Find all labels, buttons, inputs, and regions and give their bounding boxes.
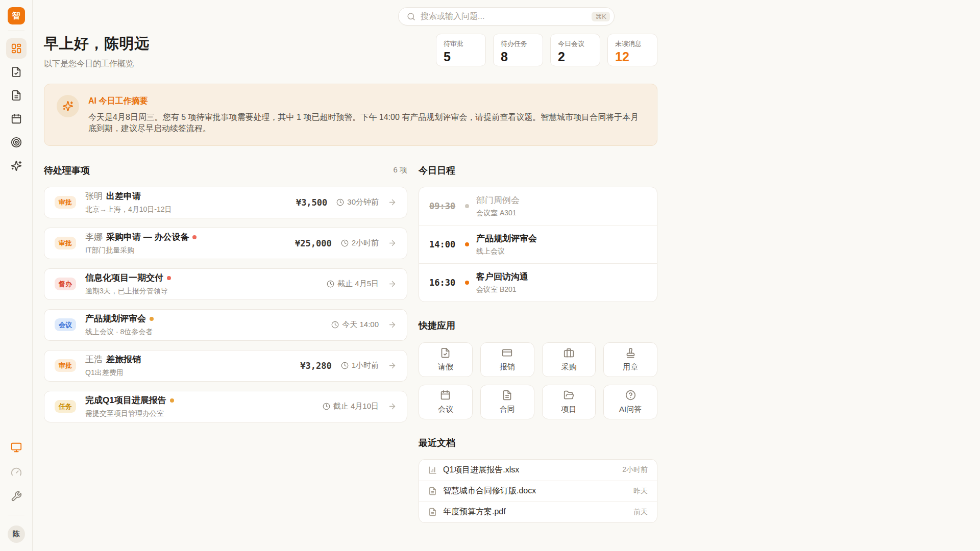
quick-apps-grid: 请假 报销 采购 用章 bbox=[419, 342, 657, 419]
pending-item-business-trip[interactable]: 审批 张明 出差申请 北京→上海，4月10日-12日 ¥3,500 30分 bbox=[44, 187, 407, 218]
pending-item-travel-expense[interactable]: 审批 王浩 差旅报销 Q1出差费用 ¥3,280 1小时前 bbox=[44, 350, 407, 382]
quick-apps-header: 快捷应用 bbox=[419, 319, 657, 332]
app-label: 用章 bbox=[623, 362, 638, 372]
item-main: 李娜 采购申请 — 办公设备 IT部门批量采购 bbox=[85, 231, 295, 255]
app-ai-qa[interactable]: AI问答 bbox=[603, 385, 657, 419]
schedule-title: 产品规划评审会 bbox=[476, 233, 537, 244]
schedule-location: 线上会议 bbox=[476, 247, 537, 256]
schedule-location: 会议室 B201 bbox=[476, 285, 528, 294]
item-amount: ¥3,280 bbox=[300, 361, 331, 371]
clock-icon bbox=[336, 198, 344, 206]
sidebar-item-approvals[interactable] bbox=[6, 62, 27, 82]
arrow-right-icon bbox=[388, 239, 397, 247]
item-subtitle: Q1出差费用 bbox=[85, 368, 300, 378]
pending-item-project-delivery[interactable]: 督办 信息化项目一期交付 逾期3天，已上报分管领导 截止 4月5日 bbox=[44, 268, 407, 300]
app-root: 智 陈 搜索或输入问题... ⌘K bbox=[0, 0, 980, 551]
sidebar-item-devices[interactable] bbox=[6, 437, 27, 458]
search-icon bbox=[407, 12, 415, 21]
ai-summary-title: AI 今日工作摘要 bbox=[88, 96, 645, 107]
item-type-badge: 会议 bbox=[55, 318, 76, 331]
schedule-item-product-review[interactable]: 14:00 产品规划评审会 线上会议 bbox=[419, 225, 657, 263]
doc-item-contract-revision[interactable]: 智慧城市合同修订版.docx 昨天 bbox=[419, 481, 657, 502]
gauge-icon bbox=[11, 466, 22, 478]
item-time: 2小时前 bbox=[341, 238, 379, 248]
priority-dot bbox=[150, 317, 154, 321]
item-amount: ¥25,000 bbox=[295, 238, 332, 248]
item-meta: 今天 14:00 bbox=[331, 320, 397, 330]
schedule-status-dot bbox=[465, 204, 469, 208]
stat-card-unread-messages[interactable]: 未读消息 12 bbox=[607, 34, 657, 66]
ai-icon-circle bbox=[57, 95, 79, 117]
sidebar-item-performance[interactable] bbox=[6, 462, 27, 482]
app-contract[interactable]: 合同 bbox=[480, 385, 534, 419]
schedule-item-customer-followup[interactable]: 16:30 客户回访沟通 会议室 B201 bbox=[419, 263, 657, 302]
sidebar-item-dashboard[interactable] bbox=[6, 38, 27, 59]
doc-name: 智慧城市合同修订版.docx bbox=[443, 486, 627, 496]
arrow-right-icon bbox=[388, 402, 397, 411]
item-time: 今天 14:00 bbox=[331, 320, 379, 330]
header-row: 早上好，陈明远 以下是您今日的工作概览 待审批 5 待办任务 8 今日会议 2 bbox=[44, 34, 657, 69]
schedule-title: 客户回访沟通 bbox=[476, 271, 528, 283]
item-type-badge: 审批 bbox=[55, 196, 76, 209]
item-title: 完成Q1项目进展报告 bbox=[85, 394, 166, 406]
schedule-status-dot bbox=[465, 281, 469, 285]
sidebar-item-documents[interactable] bbox=[6, 85, 27, 106]
sidebar-divider bbox=[8, 31, 24, 31]
item-requester: 王浩 bbox=[85, 354, 103, 365]
recent-docs-header: 最近文档 bbox=[419, 437, 657, 449]
user-avatar[interactable]: 陈 bbox=[8, 525, 25, 543]
stat-card-pending-approvals[interactable]: 待审批 5 bbox=[436, 34, 486, 66]
search-input[interactable]: 搜索或输入问题... ⌘K bbox=[398, 7, 615, 26]
app-leave[interactable]: 请假 bbox=[419, 342, 473, 377]
file-text-icon bbox=[428, 487, 437, 495]
item-title-row: 李娜 采购申请 — 办公设备 bbox=[85, 231, 295, 243]
schedule-location: 会议室 A301 bbox=[476, 209, 520, 218]
app-procurement[interactable]: 采购 bbox=[542, 342, 596, 377]
file-text-icon bbox=[11, 90, 22, 101]
clock-icon bbox=[331, 321, 339, 329]
app-stamp[interactable]: 用章 bbox=[603, 342, 657, 377]
item-main: 张明 出差申请 北京→上海，4月10日-12日 bbox=[85, 190, 296, 214]
item-type-badge: 审批 bbox=[55, 237, 76, 249]
app-meeting[interactable]: 会议 bbox=[419, 385, 473, 419]
main-area: 搜索或输入问题... ⌘K 早上好，陈明远 以下是您今日的工作概览 待审批 5 … bbox=[33, 0, 980, 551]
stat-label: 待审批 bbox=[444, 39, 478, 48]
doc-item-annual-budget[interactable]: 年度预算方案.pdf 前天 bbox=[419, 502, 657, 522]
monitor-icon bbox=[11, 442, 22, 453]
doc-name: 年度预算方案.pdf bbox=[443, 507, 627, 517]
app-reimbursement[interactable]: 报销 bbox=[480, 342, 534, 377]
doc-item-q1-report[interactable]: Q1项目进展报告.xlsx 2小时前 bbox=[419, 460, 657, 481]
sidebar-item-ai[interactable] bbox=[6, 156, 27, 176]
schedule-item-weekly-meeting[interactable]: 09:30 部门周例会 会议室 A301 bbox=[419, 187, 657, 225]
briefcase-icon bbox=[564, 347, 574, 358]
stat-card-todo-tasks[interactable]: 待办任务 8 bbox=[493, 34, 543, 66]
arrow-right-icon bbox=[388, 280, 397, 288]
sidebar-footer: 陈 bbox=[6, 437, 27, 543]
schedule-status-dot bbox=[465, 242, 469, 246]
sidebar-item-settings[interactable] bbox=[6, 486, 27, 507]
credit-card-icon bbox=[502, 347, 512, 358]
sidebar-nav bbox=[6, 38, 27, 176]
pending-item-q1-report[interactable]: 任务 完成Q1项目进展报告 需提交至项目管理办公室 截止 4月10日 bbox=[44, 391, 407, 422]
wrench-icon bbox=[11, 491, 22, 502]
sparkles-icon bbox=[62, 101, 74, 112]
pending-item-procurement[interactable]: 审批 李娜 采购申请 — 办公设备 IT部门批量采购 ¥25,000 bbox=[44, 228, 407, 259]
clock-icon bbox=[341, 239, 349, 247]
app-logo[interactable]: 智 bbox=[8, 7, 25, 24]
sidebar-item-goals[interactable] bbox=[6, 132, 27, 153]
sidebar: 智 陈 bbox=[0, 0, 33, 551]
schedule-header: 今日日程 bbox=[419, 164, 657, 177]
pending-list: 审批 张明 出差申请 北京→上海，4月10日-12日 ¥3,500 30分 bbox=[44, 187, 407, 422]
schedule-text: 客户回访沟通 会议室 B201 bbox=[476, 271, 528, 294]
stat-card-meetings-today[interactable]: 今日会议 2 bbox=[550, 34, 600, 66]
schedule-text: 部门周例会 会议室 A301 bbox=[476, 194, 520, 218]
calendar-icon bbox=[11, 113, 22, 124]
priority-dot bbox=[167, 276, 171, 280]
pending-item-review-meeting[interactable]: 会议 产品规划评审会 线上会议 · 8位参会者 今天 14:00 bbox=[44, 309, 407, 341]
recent-docs-card: Q1项目进展报告.xlsx 2小时前 智慧城市合同修订版.docx 昨天 年度预… bbox=[419, 459, 657, 523]
file-text-icon bbox=[502, 390, 512, 400]
sidebar-item-calendar[interactable] bbox=[6, 109, 27, 129]
doc-time: 昨天 bbox=[633, 487, 648, 496]
app-project[interactable]: 项目 bbox=[542, 385, 596, 419]
app-label: 报销 bbox=[500, 362, 515, 372]
